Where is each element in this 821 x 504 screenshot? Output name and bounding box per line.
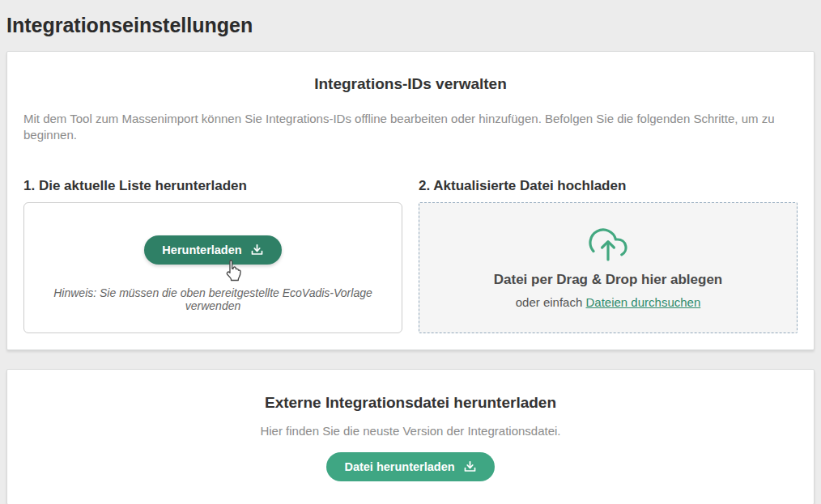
step1-download-box: Herunterladen Hinweis: Sie müssen die ob… [23,202,402,333]
template-hint-text: Hinweis: Sie müssen die oben bereitgeste… [24,286,402,312]
manage-integration-ids-card: Integrations-IDs verwalten Mit dem Tool … [6,51,815,350]
browse-files-link[interactable]: Dateien durchsuchen [585,295,700,309]
dropzone-title: Datei per Drag & Drop hier ablegen [494,272,722,288]
download-icon [463,460,477,473]
download-file-button[interactable]: Datei herunterladen [326,452,494,481]
download-icon [250,244,264,256]
manage-card-heading: Integrations-IDs verwalten [23,74,798,95]
manage-card-description: Mit dem Tool zum Massenimport können Sie… [23,111,798,143]
dropzone-subtext: oder einfach Dateien durchsuchen [516,295,701,309]
cloud-upload-icon [585,227,632,264]
download-list-button[interactable]: Herunterladen [144,235,281,265]
integration-settings-page: Integrationseinstellungen Integrations-I… [0,11,821,504]
dropzone-prefix: oder einfach [516,295,586,309]
step1-column: 1. Die aktuelle Liste herunterladen Heru… [23,143,402,333]
step1-heading: 1. Die aktuelle Liste herunterladen [23,177,402,195]
page-title: Integrationseinstellungen [6,11,815,39]
download-list-button-label: Herunterladen [162,244,241,256]
file-dropzone[interactable]: Datei per Drag & Drop hier ablegen oder … [419,202,798,333]
external-integration-file-card: Externe Integrationsdatei herunterladen … [6,369,815,504]
step2-column: 2. Aktualisierte Datei hochladen Datei p… [419,143,798,333]
external-card-description: Hier finden Sie die neuste Version der I… [23,423,798,439]
steps-columns: 1. Die aktuelle Liste herunterladen Heru… [23,143,798,333]
external-card-heading: Externe Integrationsdatei herunterladen [23,392,798,413]
step2-heading: 2. Aktualisierte Datei hochladen [419,177,798,195]
download-file-button-label: Datei herunterladen [344,460,454,473]
